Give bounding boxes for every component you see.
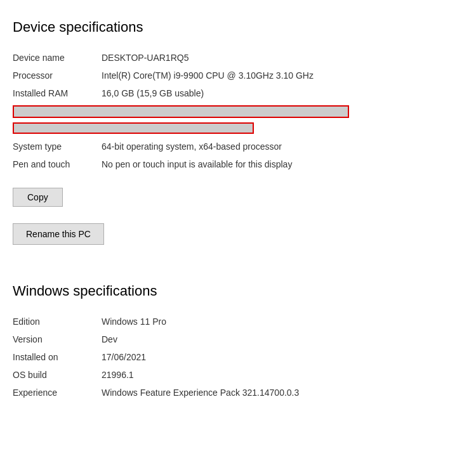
device-id-row bbox=[13, 103, 463, 121]
device-specs-title: Device specifications bbox=[13, 19, 463, 36]
device-name-row: Device name DESKTOP-UAR1RQ5 bbox=[13, 49, 463, 67]
experience-row: Experience Windows Feature Experience Pa… bbox=[13, 384, 463, 402]
os-build-label: OS build bbox=[13, 370, 102, 380]
product-id-redacted bbox=[13, 122, 254, 134]
version-value: Dev bbox=[102, 334, 463, 344]
system-type-label: System type bbox=[13, 141, 102, 152]
experience-label: Experience bbox=[13, 388, 102, 398]
edition-row: Edition Windows 11 Pro bbox=[13, 313, 463, 331]
device-specs-table: Device name DESKTOP-UAR1RQ5 Processor In… bbox=[13, 49, 463, 174]
experience-value: Windows Feature Experience Pack 321.1470… bbox=[102, 388, 463, 398]
device-name-label: Device name bbox=[13, 53, 102, 63]
processor-row: Processor Intel(R) Core(TM) i9-9900 CPU … bbox=[13, 67, 463, 85]
version-label: Version bbox=[13, 334, 102, 344]
system-type-row: System type 64-bit operating system, x64… bbox=[13, 138, 463, 156]
version-row: Version Dev bbox=[13, 331, 463, 349]
installed-on-row: Installed on 17/06/2021 bbox=[13, 349, 463, 367]
pen-touch-value: No pen or touch input is available for t… bbox=[102, 159, 463, 169]
installed-ram-label: Installed RAM bbox=[13, 88, 102, 98]
rename-pc-button[interactable]: Rename this PC bbox=[13, 223, 104, 245]
pen-touch-row: Pen and touch No pen or touch input is a… bbox=[13, 156, 463, 174]
windows-specs-title: Windows specifications bbox=[13, 283, 463, 299]
copy-button[interactable]: Copy bbox=[13, 188, 63, 207]
windows-specs-table: Edition Windows 11 Pro Version Dev Insta… bbox=[13, 313, 463, 402]
pen-touch-label: Pen and touch bbox=[13, 159, 102, 169]
installed-ram-row: Installed RAM 16,0 GB (15,9 GB usable) bbox=[13, 85, 463, 103]
installed-on-label: Installed on bbox=[13, 352, 102, 362]
device-id-redacted bbox=[13, 105, 349, 118]
processor-label: Processor bbox=[13, 70, 102, 81]
edition-value: Windows 11 Pro bbox=[102, 316, 463, 327]
product-id-row bbox=[13, 121, 463, 136]
installed-ram-value: 16,0 GB (15,9 GB usable) bbox=[102, 88, 463, 98]
installed-on-value: 17/06/2021 bbox=[102, 352, 463, 362]
os-build-row: OS build 21996.1 bbox=[13, 367, 463, 384]
device-name-value: DESKTOP-UAR1RQ5 bbox=[102, 53, 463, 63]
os-build-value: 21996.1 bbox=[102, 370, 463, 380]
edition-label: Edition bbox=[13, 316, 102, 327]
processor-value: Intel(R) Core(TM) i9-9900 CPU @ 3.10GHz … bbox=[102, 70, 463, 81]
system-type-value: 64-bit operating system, x64-based proce… bbox=[102, 141, 463, 152]
